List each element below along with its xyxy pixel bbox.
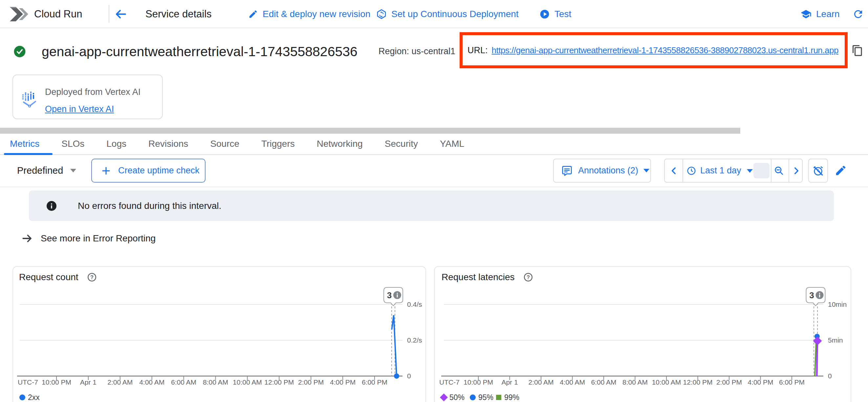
horizontal-scrollbar[interactable]: [0, 128, 740, 134]
x-tick-label: 6:00 AM: [591, 378, 616, 386]
tabs: MetricsSLOsLogsRevisionsSourceTriggersNe…: [0, 135, 868, 153]
metric-set-dropdown[interactable]: Predefined: [17, 159, 76, 183]
annotations-icon: [562, 165, 572, 176]
x-tz-label: UTC-7: [439, 378, 460, 386]
x-tick-label: 2:00 PM: [716, 378, 742, 386]
x-tick-label: 10:00 AM: [652, 378, 681, 386]
header-divider: [108, 5, 109, 23]
active-tab-underline: [4, 153, 53, 155]
right-arrow-icon: [21, 232, 33, 245]
url-row: URL: https://genai-app-currentweatherret…: [467, 32, 838, 68]
refresh-icon[interactable]: [852, 8, 864, 20]
create-uptime-check-button[interactable]: Create uptime check: [91, 159, 206, 183]
annotations-caret-icon: [644, 169, 649, 173]
time-group-divider-1: [683, 159, 683, 182]
x-tick-label: 2:00 AM: [528, 378, 554, 386]
open-in-vertex-ai-link[interactable]: Open in Vertex AI: [45, 104, 114, 114]
continuous-deployment-button[interactable]: Set up Continuous Deployment: [376, 0, 519, 28]
x-tick-label: 4:00 AM: [139, 378, 164, 386]
edit-deploy-label: Edit & deploy new revision: [262, 9, 370, 20]
time-group-divider-3: [788, 159, 789, 182]
time-back-chevron-icon[interactable]: [669, 165, 679, 176]
edit-chart-pencil-icon[interactable]: [835, 164, 847, 177]
request-count-card: Request count ? 00.2/s0.4/sUTC-710:00 PM…: [12, 266, 426, 402]
x-tick-label: 8:00 AM: [622, 378, 648, 386]
time-range-label[interactable]: Last 1 day: [700, 159, 741, 182]
tab-metrics[interactable]: Metrics: [10, 138, 39, 149]
alarm-off-icon: [812, 165, 824, 176]
time-range-caret-icon: [747, 169, 753, 173]
annotation-count: 3: [387, 290, 392, 300]
service-status-ok-icon: [13, 45, 26, 58]
y-tick-label: 0.4/s: [407, 301, 422, 308]
tab-yaml[interactable]: YAML: [440, 138, 464, 149]
vertex-ai-card: Deployed from Vertex AI Open in Vertex A…: [12, 74, 163, 119]
tab-security[interactable]: Security: [385, 138, 418, 149]
error-reporting-label: See more in Error Reporting: [41, 233, 156, 244]
tab-revisions[interactable]: Revisions: [148, 138, 188, 149]
x-tick-label: 2:00 PM: [298, 378, 324, 386]
tab-networking[interactable]: Networking: [317, 138, 363, 149]
x-tick-label: 10:00 AM: [233, 378, 262, 386]
edit-deploy-button[interactable]: Edit & deploy new revision: [248, 0, 370, 28]
zoom-out-icon[interactable]: [774, 165, 784, 176]
x-tick-label: 2:00 AM: [107, 378, 133, 386]
legend-label: 99%: [504, 393, 519, 402]
request-latencies-card: Request latencies ? 05min10minUTC-710:00…: [434, 266, 851, 402]
error-reporting-row[interactable]: See more in Error Reporting: [21, 230, 156, 247]
request-count-plot: 00.2/s0.4/sUTC-710:00 PMApr 12:00 AM4:00…: [12, 266, 426, 402]
plus-icon: [101, 166, 111, 176]
cloud-run-service-details-page: Cloud Run Service details Edit & deploy …: [0, 0, 868, 402]
service-name: genai-app-currentweatherretrieval-1-1743…: [42, 44, 358, 59]
cloud-run-logo-icon: [9, 5, 28, 24]
tab-slos[interactable]: SLOs: [61, 138, 84, 149]
x-tick-label: 8:00 AM: [203, 378, 228, 386]
tab-bar-border: [0, 154, 868, 155]
tab-source[interactable]: Source: [210, 138, 239, 149]
back-arrow-icon[interactable]: [114, 7, 127, 21]
y-tick-label: 0.2/s: [407, 336, 422, 344]
url-label: URL:: [467, 45, 488, 56]
test-button[interactable]: Test: [539, 0, 571, 28]
x-tick-label: 12:00 PM: [683, 378, 713, 386]
service-url-link[interactable]: https://genai-app-currentweatherretrieva…: [492, 45, 838, 56]
learn-school-icon: [800, 8, 811, 20]
create-uptime-check-label: Create uptime check: [118, 165, 199, 176]
play-circle-icon: [539, 9, 550, 20]
x-tick-label: 10:00 PM: [42, 378, 71, 386]
x-tick-label: 6:00 PM: [362, 378, 388, 386]
time-forward-chevron-icon[interactable]: [791, 165, 801, 176]
info-icon: [45, 200, 57, 212]
tab-triggers[interactable]: Triggers: [261, 138, 295, 149]
tab-logs[interactable]: Logs: [106, 138, 126, 149]
clock-icon: [686, 166, 696, 176]
alerting-off-button[interactable]: [808, 159, 828, 183]
vertex-card-title: Deployed from Vertex AI: [45, 87, 141, 97]
copy-url-icon[interactable]: [851, 45, 863, 57]
deployment-hexagon-icon: [376, 9, 387, 20]
banner-text: No errors found during this interval.: [78, 190, 221, 221]
learn-button[interactable]: Learn: [800, 0, 840, 28]
vertex-ai-icon: [22, 90, 39, 108]
test-label: Test: [555, 9, 571, 20]
time-group-divider-2: [771, 159, 772, 182]
x-tick-label: Apr 1: [80, 378, 96, 386]
request-latencies-plot: 05min10minUTC-710:00 PMApr 12:00 AM4:00 …: [434, 266, 851, 402]
x-tick-label: 12:00 PM: [264, 378, 294, 386]
x-tick-label: 10:00 PM: [464, 378, 493, 386]
time-range-group: Last 1 day: [664, 159, 803, 183]
pencil-icon: [248, 9, 258, 19]
product-name[interactable]: Cloud Run: [34, 0, 82, 28]
y-tick-label: 10min: [828, 301, 847, 308]
annotation-count: 3: [809, 290, 814, 300]
x-tick-label: 4:00 PM: [747, 378, 773, 386]
time-range-zoom-slider[interactable]: [753, 163, 770, 178]
legend-label: 50%: [450, 393, 465, 402]
y-tick-label: 5min: [828, 336, 843, 344]
toolbar-divider: [0, 187, 868, 187]
no-errors-banner: No errors found during this interval.: [29, 190, 834, 221]
continuous-deployment-label: Set up Continuous Deployment: [391, 9, 519, 20]
annotations-button[interactable]: Annotations (2): [553, 159, 651, 183]
x-tick-label: 4:00 AM: [560, 378, 585, 386]
x-tick-label: 6:00 PM: [779, 378, 805, 386]
